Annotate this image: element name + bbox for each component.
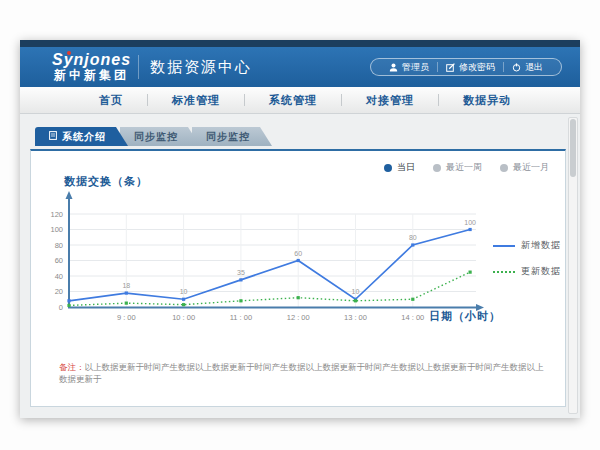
svg-text:100: 100 <box>50 225 63 234</box>
chart-panel: 当日 最近一周 最近一月 数据交换（条） 日期（小时） 020406080100… <box>30 149 566 407</box>
edit-icon <box>446 63 455 72</box>
header-divider <box>138 55 139 79</box>
svg-text:14 : 00: 14 : 00 <box>401 313 424 322</box>
radio-dot <box>433 164 441 172</box>
nav-item-data-changes[interactable]: 数据异动 <box>439 93 535 108</box>
legend-item-updated-data: 更新数据 <box>493 265 561 278</box>
svg-text:80: 80 <box>409 234 417 241</box>
admin-user-button[interactable]: 管理员 <box>381 61 437 74</box>
footnote: 备注：以上数据更新于时间产生数据以上数据更新于时间产生数据以上数据更新于时间产生… <box>59 361 549 385</box>
svg-text:60: 60 <box>294 250 302 257</box>
content-area: 系统介绍 同步监控 同步监控 当日 最近一周 <box>20 115 580 418</box>
svg-text:9 : 00: 9 : 00 <box>117 313 136 322</box>
svg-text:20: 20 <box>55 287 63 296</box>
app-header: Synjones 新中新集团 数据资源中心 管理员 修改密码 <box>20 47 580 87</box>
change-password-button[interactable]: 修改密码 <box>438 61 503 74</box>
svg-text:13 : 00: 13 : 00 <box>344 313 367 322</box>
nav-item-home[interactable]: 首页 <box>75 93 147 108</box>
svg-text:10 : 00: 10 : 00 <box>172 313 195 322</box>
radio-last-month[interactable]: 最近一月 <box>500 161 549 174</box>
vertical-scrollbar[interactable] <box>568 117 578 414</box>
main-nav: 首页 标准管理 系统管理 对接管理 数据异动 <box>20 87 580 114</box>
radio-dot <box>500 164 508 172</box>
window-top-strip <box>20 40 580 47</box>
tab-system-intro[interactable]: 系统介绍 <box>35 127 128 146</box>
tab-sync-monitor-2[interactable]: 同步监控 <box>192 127 272 146</box>
svg-text:35: 35 <box>237 269 245 276</box>
radio-today[interactable]: 当日 <box>384 161 415 174</box>
radio-last-week[interactable]: 最近一周 <box>433 161 482 174</box>
svg-text:80: 80 <box>55 241 63 250</box>
footnote-text: 以上数据更新于时间产生数据以上数据更新于时间产生数据以上数据更新于时间产生数据以… <box>59 362 544 384</box>
page-title: 数据资源中心 <box>150 47 252 87</box>
document-icon <box>49 127 57 146</box>
tab-sync-monitor-1[interactable]: 同步监控 <box>120 127 200 146</box>
tab-bar: 系统介绍 同步监控 同步监控 <box>35 127 264 146</box>
scrollbar-thumb[interactable] <box>570 119 576 177</box>
company-logo: Synjones 新中新集团 <box>52 51 131 82</box>
logo-text-cn: 新中新集团 <box>52 68 131 82</box>
y-axis-title: 数据交换（条） <box>64 174 148 189</box>
legend-item-new-data: 新增数据 <box>493 239 561 252</box>
svg-text:10: 10 <box>352 288 360 295</box>
logo-red-dot <box>67 51 71 55</box>
svg-text:18: 18 <box>122 282 130 289</box>
nav-item-standards[interactable]: 标准管理 <box>148 93 244 108</box>
svg-text:120: 120 <box>50 210 63 219</box>
svg-text:60: 60 <box>55 256 63 265</box>
svg-text:10: 10 <box>180 288 188 295</box>
svg-text:100: 100 <box>464 219 476 226</box>
logo-text-en: Synjones <box>52 51 131 68</box>
legend-line-sample <box>493 271 515 273</box>
svg-text:0: 0 <box>59 303 63 312</box>
app-window: Synjones 新中新集团 数据资源中心 管理员 修改密码 <box>20 40 580 418</box>
svg-text:12 : 00: 12 : 00 <box>287 313 310 322</box>
power-icon <box>512 63 521 72</box>
footnote-prefix: 备注： <box>59 362 85 372</box>
chart-legend: 新增数据 更新数据 <box>493 239 561 278</box>
radio-dot <box>384 164 392 172</box>
svg-text:40: 40 <box>55 272 63 281</box>
logout-button[interactable]: 退出 <box>504 61 551 74</box>
user-menu: 管理员 修改密码 退出 <box>370 58 562 76</box>
time-range-selector: 当日 最近一周 最近一月 <box>384 161 549 174</box>
svg-text:11 : 00: 11 : 00 <box>230 313 252 322</box>
legend-line-sample <box>493 245 515 247</box>
x-axis-title: 日期（小时） <box>429 309 501 324</box>
nav-item-system[interactable]: 系统管理 <box>245 93 341 108</box>
nav-item-integration[interactable]: 对接管理 <box>342 93 438 108</box>
user-icon <box>389 63 398 72</box>
